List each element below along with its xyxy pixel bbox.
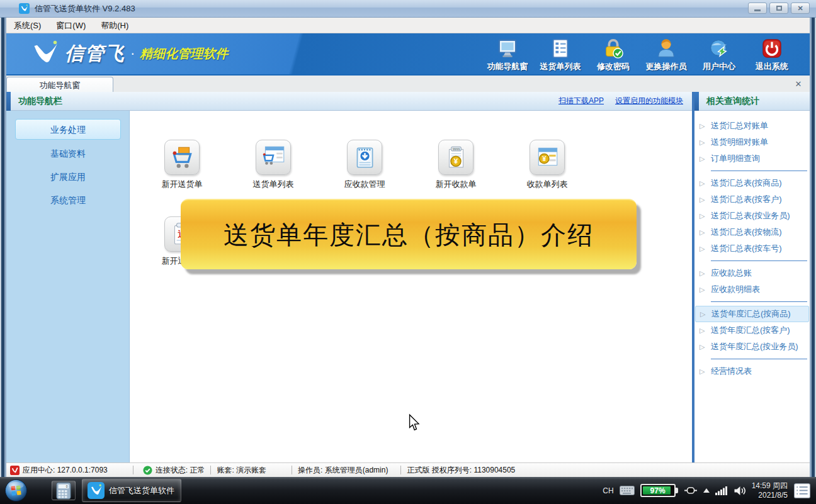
toolbar-change-password[interactable]: 修改密码 bbox=[587, 38, 640, 72]
battery-indicator[interactable]: 97% bbox=[640, 484, 678, 497]
group-divider bbox=[711, 301, 807, 302]
arrow-icon: ▷ bbox=[700, 196, 711, 204]
download-app-link[interactable]: 扫描下载APP bbox=[558, 96, 604, 106]
taskbar-clock[interactable]: 14:59 周四 2021/8/5 bbox=[752, 481, 788, 500]
language-indicator[interactable]: CH bbox=[603, 486, 613, 495]
query-item[interactable]: ▷经营情况表 bbox=[695, 363, 809, 379]
network-signal-icon[interactable] bbox=[715, 486, 728, 495]
switch-operator-icon bbox=[655, 38, 677, 59]
menu-bar: 系统(S) 窗口(W) 帮助(H) bbox=[6, 18, 810, 33]
toolbar-exit-system[interactable]: 退出系统 bbox=[745, 38, 798, 72]
shortcut-receipt-list[interactable]: ¥ 收款单列表 bbox=[514, 140, 580, 190]
calculator-icon: 0 bbox=[56, 482, 71, 500]
tray-expand-icon[interactable] bbox=[703, 488, 710, 493]
minimize-button[interactable] bbox=[748, 3, 767, 14]
status-bar: 应用中心: 127.0.0.1:7093 连接状态: 正常 账套: 演示账套 操… bbox=[6, 462, 810, 477]
app-header: 信管飞 · 精细化管理软件 功能导航窗 送货单列表 修改密码 更换操作员 bbox=[6, 33, 810, 74]
query-item-selected[interactable]: ▷送货年度汇总(按商品) bbox=[695, 306, 809, 322]
delivery-list-window-icon bbox=[260, 144, 286, 171]
title-bar: 信管飞送货单软件 V9.2.483 ✕ bbox=[0, 0, 816, 18]
query-item[interactable]: ▷送货汇总表(按车号) bbox=[695, 240, 809, 257]
restore-button[interactable] bbox=[769, 3, 788, 14]
sidebar-item-extensions[interactable]: 扩展应用 bbox=[15, 167, 121, 188]
svg-text:9999: 9999 bbox=[453, 147, 460, 151]
nav-section-title: 功能导航栏 bbox=[18, 96, 62, 107]
query-item[interactable]: ▷应收款总账 bbox=[695, 265, 809, 281]
tab-nav-window[interactable]: 功能导航窗 bbox=[6, 77, 113, 93]
close-button[interactable]: ✕ bbox=[791, 3, 810, 14]
volume-icon[interactable] bbox=[734, 486, 746, 496]
task-button-app[interactable]: 信管飞送货单软件 bbox=[82, 479, 181, 502]
app-logo-icon bbox=[19, 3, 30, 14]
new-delivery-icon bbox=[169, 144, 195, 171]
status-separator bbox=[292, 466, 292, 474]
query-item[interactable]: ▷送货明细对账单 bbox=[695, 134, 809, 150]
query-panel: ▷送货汇总对账单 ▷送货明细对账单 ▷订单明细查询 ▷送货汇总表(按商品) ▷送… bbox=[694, 111, 810, 462]
query-item[interactable]: ▷送货汇总表(按客户) bbox=[695, 191, 809, 208]
menu-help[interactable]: 帮助(H) bbox=[93, 18, 136, 33]
exit-system-icon bbox=[761, 38, 783, 59]
sidebar-item-system[interactable]: 系统管理 bbox=[15, 190, 121, 211]
intro-banner-text: 送货单年度汇总（按商品）介绍 bbox=[224, 218, 594, 252]
module-settings-link[interactable]: 设置启用的功能模块 bbox=[615, 96, 683, 106]
status-separator bbox=[210, 466, 211, 474]
group-divider bbox=[711, 260, 807, 261]
app-window: 信管飞送货单软件 V9.2.483 ✕ 系统(S) 窗口(W) 帮助(H) 信管… bbox=[0, 0, 816, 504]
query-item[interactable]: ▷送货汇总对账单 bbox=[695, 118, 809, 134]
intro-banner: 送货单年度汇总（按商品）介绍 bbox=[181, 199, 637, 269]
shortcut-receivable-manage[interactable]: 应收款管理 bbox=[332, 140, 397, 190]
nav-window-icon bbox=[497, 38, 518, 59]
window-border-right bbox=[810, 18, 816, 477]
battery-percent: 97% bbox=[650, 486, 666, 495]
arrow-icon: ▷ bbox=[700, 286, 711, 294]
notes-tray-icon[interactable] bbox=[793, 483, 811, 499]
category-sidebar: 业务处理 基础资料 扩展应用 系统管理 bbox=[6, 111, 130, 462]
status-operator: 操作员: 系统管理员(admin) bbox=[298, 465, 388, 476]
arrow-icon: ▷ bbox=[700, 310, 711, 318]
arrow-icon: ▷ bbox=[700, 122, 711, 130]
query-item[interactable]: ▷送货年度汇总(按业务员) bbox=[695, 339, 809, 355]
window-border-left bbox=[0, 18, 6, 477]
system-tray: CH 97% 14:59 周四 2021/8/5 bbox=[603, 477, 811, 504]
shortcut-new-delivery[interactable]: 新开送货单 bbox=[149, 140, 215, 190]
query-item[interactable]: ▷送货年度汇总(按客户) bbox=[695, 322, 809, 339]
menu-window[interactable]: 窗口(W) bbox=[48, 18, 93, 33]
minimize-icon bbox=[754, 9, 761, 11]
delivery-list-icon bbox=[550, 38, 571, 59]
receipt-list-icon: ¥ bbox=[534, 144, 560, 171]
sidebar-item-business[interactable]: 业务处理 bbox=[15, 119, 121, 140]
query-item[interactable]: ▷订单明细查询 bbox=[695, 150, 809, 167]
menu-system[interactable]: 系统(S) bbox=[6, 18, 48, 33]
clock-time: 14:59 周四 bbox=[752, 481, 788, 490]
tab-close-icon[interactable]: ✕ bbox=[793, 79, 803, 89]
toolbar-switch-operator[interactable]: 更换操作员 bbox=[640, 38, 693, 72]
toolbar-nav-window[interactable]: 功能导航窗 bbox=[481, 38, 534, 72]
keyboard-icon[interactable] bbox=[620, 486, 635, 495]
toolbar-delivery-list[interactable]: 送货单列表 bbox=[534, 38, 587, 72]
sidebar-item-basedata[interactable]: 基础资料 bbox=[15, 143, 121, 164]
battery-icon: 97% bbox=[640, 484, 676, 497]
arrow-icon: ▷ bbox=[700, 179, 711, 188]
calculator-taskbar-button[interactable]: 0 bbox=[52, 481, 76, 500]
arrow-icon: ▷ bbox=[700, 327, 711, 335]
query-item[interactable]: ▷应收款明细表 bbox=[695, 281, 809, 298]
group-divider bbox=[711, 359, 807, 359]
svg-text:0: 0 bbox=[66, 484, 68, 488]
toolbar-user-center[interactable]: 用户中心 bbox=[693, 38, 745, 72]
header-toolbar: 功能导航窗 送货单列表 修改密码 更换操作员 用户中心 退出系统 bbox=[481, 38, 798, 72]
app-logo-icon bbox=[88, 482, 105, 499]
query-item[interactable]: ▷送货汇总表(按商品) bbox=[695, 175, 809, 191]
brand-name: 信管飞 bbox=[65, 41, 125, 67]
query-item[interactable]: ▷送货汇总表(按物流) bbox=[695, 224, 809, 240]
window-title: 信管飞送货单软件 V9.2.483 bbox=[35, 3, 135, 14]
task-button-label: 信管飞送货单软件 bbox=[109, 485, 174, 496]
arrow-icon: ▷ bbox=[700, 228, 711, 237]
query-section-title: 相关查询统计 bbox=[706, 96, 759, 107]
shortcut-new-receipt[interactable]: 9999¥ 新开收款单 bbox=[423, 140, 489, 190]
arrow-icon: ▷ bbox=[700, 138, 711, 147]
query-item[interactable]: ▷送货汇总表(按业务员) bbox=[695, 208, 809, 224]
shortcut-delivery-list[interactable]: 送货单列表 bbox=[241, 140, 306, 190]
arrow-icon: ▷ bbox=[700, 245, 711, 253]
brand-tagline: 精细化管理软件 bbox=[140, 45, 228, 62]
start-button[interactable] bbox=[4, 479, 28, 502]
